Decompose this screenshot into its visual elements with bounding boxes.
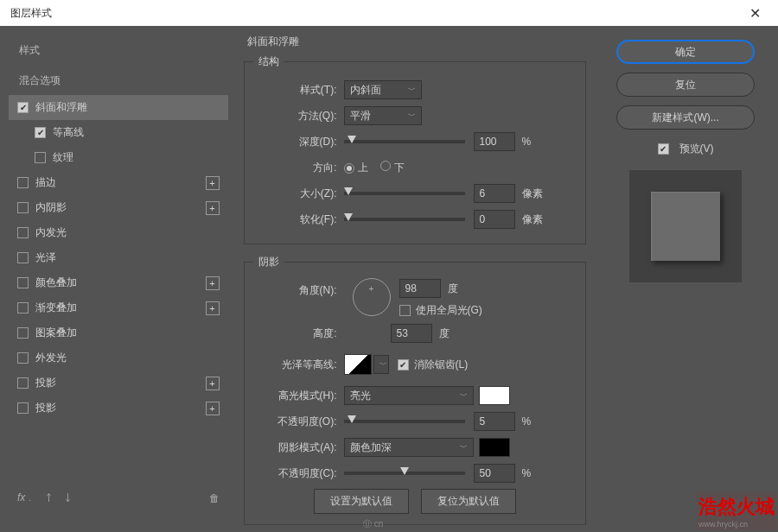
shadow-opacity-unit: % bbox=[522, 467, 532, 479]
fx-menu-icon[interactable]: fx﹒ bbox=[17, 491, 35, 505]
direction-down-radio[interactable]: 下 bbox=[380, 161, 405, 175]
gloss-contour-select[interactable]: ﹀ bbox=[373, 355, 389, 374]
sidebar-item-9[interactable]: 图案叠加 bbox=[9, 320, 228, 345]
close-icon[interactable]: ✕ bbox=[743, 5, 768, 22]
highlight-color-swatch[interactable] bbox=[479, 386, 510, 405]
soften-label: 软化(F): bbox=[253, 212, 344, 227]
style-label: 样式(T): bbox=[253, 83, 344, 98]
effect-checkbox[interactable]: ✔ bbox=[17, 102, 29, 113]
highlight-mode-select[interactable]: 亮光﹀ bbox=[344, 386, 474, 405]
effect-checkbox[interactable] bbox=[17, 377, 29, 389]
effect-checkbox[interactable] bbox=[17, 327, 29, 339]
move-up-icon[interactable]: 🡑 bbox=[44, 492, 54, 504]
effect-label: 描边 bbox=[35, 175, 56, 190]
altitude-unit: 度 bbox=[439, 326, 450, 341]
effect-label: 光泽 bbox=[35, 250, 56, 265]
highlight-opacity-input[interactable]: 5 bbox=[474, 412, 515, 431]
right-panel: 确定 复位 新建样式(W)... ✔ 预览(V) bbox=[602, 35, 769, 512]
sidebar-item-11[interactable]: 投影+ bbox=[9, 370, 228, 396]
reset-default-button[interactable]: 复位为默认值 bbox=[421, 489, 516, 514]
sidebar-item-8[interactable]: 渐变叠加+ bbox=[9, 295, 228, 320]
new-style-button[interactable]: 新建样式(W)... bbox=[616, 105, 755, 130]
preview-checkbox[interactable]: ✔ bbox=[658, 143, 669, 155]
effect-checkbox[interactable] bbox=[17, 177, 29, 188]
effect-checkbox[interactable] bbox=[35, 152, 46, 163]
settings-panel: 斜面和浮雕 结构 样式(T): 内斜面﹀ 方法(Q): 平滑﹀ 深度(D): 1… bbox=[237, 35, 594, 512]
add-effect-icon[interactable]: + bbox=[206, 201, 220, 215]
blend-header[interactable]: 混合选项 bbox=[9, 65, 228, 95]
sidebar-item-2[interactable]: 纹理 bbox=[9, 145, 228, 170]
preview-swatch bbox=[651, 192, 720, 261]
cancel-button[interactable]: 复位 bbox=[616, 73, 755, 97]
antialias-checkbox[interactable]: ✔ bbox=[398, 359, 409, 370]
add-effect-icon[interactable]: + bbox=[206, 176, 220, 190]
style-header[interactable]: 样式 bbox=[9, 35, 228, 65]
sidebar-item-5[interactable]: 内发光 bbox=[9, 220, 228, 245]
chevron-down-icon: ﹀ bbox=[460, 442, 468, 453]
global-light-checkbox[interactable] bbox=[399, 305, 411, 316]
depth-input[interactable]: 100 bbox=[474, 132, 515, 151]
effect-checkbox[interactable] bbox=[17, 202, 29, 213]
add-effect-icon[interactable]: + bbox=[206, 276, 220, 290]
sidebar-item-1[interactable]: ✔等高线 bbox=[9, 120, 228, 145]
trash-icon[interactable]: 🗑 bbox=[209, 492, 220, 504]
effect-checkbox[interactable] bbox=[17, 402, 29, 414]
window-title: 图层样式 bbox=[10, 6, 52, 21]
add-effect-icon[interactable]: + bbox=[206, 402, 220, 415]
shadow-mode-select[interactable]: 颜色加深﹀ bbox=[344, 438, 474, 457]
effect-label: 内发光 bbox=[35, 225, 67, 240]
sidebar-item-3[interactable]: 描边+ bbox=[9, 170, 228, 195]
highlight-opacity-unit: % bbox=[522, 415, 532, 428]
shadow-opacity-slider[interactable] bbox=[344, 472, 465, 475]
method-select[interactable]: 平滑﹀ bbox=[344, 106, 422, 125]
effect-checkbox[interactable] bbox=[17, 277, 29, 288]
add-effect-icon[interactable]: + bbox=[206, 301, 220, 315]
effect-label: 渐变叠加 bbox=[35, 301, 77, 315]
ok-button[interactable]: 确定 bbox=[616, 40, 755, 64]
effect-label: 投影 bbox=[35, 376, 56, 390]
highlight-opacity-slider[interactable] bbox=[344, 420, 465, 423]
sidebar-item-12[interactable]: 投影+ bbox=[9, 396, 228, 421]
make-default-button[interactable]: 设置为默认值 bbox=[314, 489, 409, 514]
gloss-contour-swatch[interactable] bbox=[344, 354, 372, 375]
effect-checkbox[interactable] bbox=[17, 227, 29, 238]
shadow-color-swatch[interactable] bbox=[479, 438, 510, 457]
chevron-down-icon: ﹀ bbox=[408, 111, 416, 122]
style-select[interactable]: 内斜面﹀ bbox=[344, 80, 422, 99]
size-unit: 像素 bbox=[522, 187, 543, 201]
direction-up-radio[interactable]: 上 bbox=[344, 161, 368, 175]
move-down-icon[interactable]: 🡓 bbox=[63, 492, 73, 504]
watermark: 浩然火城 www.hryckj.cn bbox=[697, 492, 776, 530]
sidebar-item-4[interactable]: 内阴影+ bbox=[9, 195, 228, 220]
sidebar-item-10[interactable]: 外发光 bbox=[9, 345, 228, 370]
size-slider[interactable] bbox=[344, 192, 465, 195]
sidebar-item-0[interactable]: ✔斜面和浮雕 bbox=[9, 95, 228, 120]
highlight-mode-label: 高光模式(H): bbox=[253, 389, 344, 403]
angle-dial[interactable] bbox=[353, 278, 391, 316]
soften-unit: 像素 bbox=[522, 212, 543, 227]
preview-label: 预览(V) bbox=[679, 142, 714, 156]
effect-label: 等高线 bbox=[53, 125, 84, 140]
add-effect-icon[interactable]: + bbox=[206, 377, 220, 390]
size-input[interactable]: 6 bbox=[474, 184, 515, 203]
depth-slider[interactable] bbox=[344, 140, 465, 143]
effect-checkbox[interactable] bbox=[17, 302, 29, 314]
sidebar-item-7[interactable]: 颜色叠加+ bbox=[9, 270, 228, 295]
effect-label: 外发光 bbox=[35, 351, 67, 365]
soften-slider[interactable] bbox=[344, 218, 465, 221]
sidebar-item-6[interactable]: 光泽 bbox=[9, 245, 228, 270]
angle-input[interactable]: 98 bbox=[399, 279, 441, 298]
global-light-label: 使用全局光(G) bbox=[416, 303, 482, 318]
shadow-opacity-input[interactable]: 50 bbox=[474, 464, 515, 483]
angle-label: 角度(N): bbox=[253, 278, 344, 298]
shadow-mode-label: 阴影模式(A): bbox=[253, 440, 344, 455]
soften-input[interactable]: 0 bbox=[474, 210, 515, 229]
effect-checkbox[interactable] bbox=[17, 252, 29, 263]
effects-sidebar: 样式 混合选项 ✔斜面和浮雕✔等高线纹理描边+内阴影+内发光光泽颜色叠加+渐变叠… bbox=[9, 35, 228, 512]
direction-label: 方向: bbox=[253, 161, 344, 175]
effect-checkbox[interactable] bbox=[17, 352, 29, 364]
effect-label: 内阴影 bbox=[35, 200, 67, 215]
altitude-input[interactable]: 53 bbox=[391, 324, 432, 343]
method-label: 方法(Q): bbox=[253, 109, 344, 124]
effect-checkbox[interactable]: ✔ bbox=[35, 127, 46, 138]
